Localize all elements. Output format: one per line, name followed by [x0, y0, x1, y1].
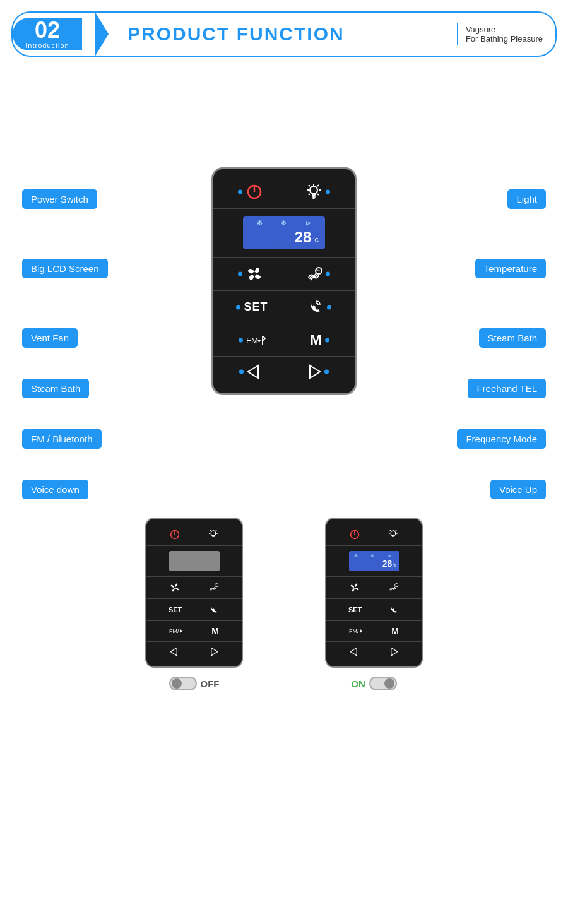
lcd-temperature: 28 [295, 228, 312, 246]
steam-bath-dot [326, 271, 330, 276]
rs2-lcd: ✻ ❄ ⊳ - - - 28 °c [326, 546, 422, 577]
rs-vent-icon[interactable] [169, 582, 180, 593]
fm-dot [239, 338, 243, 342]
svg-point-22 [211, 531, 216, 536]
header-badge: 02 Introduction [13, 18, 82, 50]
rs2-steam-icon[interactable] [388, 582, 399, 593]
label-power-switch: Power Switch [22, 189, 97, 209]
steam-bath-button[interactable] [305, 265, 322, 283]
svg-line-26 [216, 530, 216, 531]
voice-down-button[interactable] [247, 364, 262, 379]
power-switch-button[interactable] [246, 183, 263, 201]
toggle-off-thumb [172, 678, 182, 689]
remote-on-container: ✻ ❄ ⊳ - - - 28 °c [325, 518, 423, 690]
rs2-temp: 28 [382, 559, 393, 569]
rs-m-label[interactable]: M [211, 626, 219, 636]
rs-volume [146, 642, 242, 661]
rs2-vent-steam [326, 577, 422, 599]
rs2-vol-up[interactable] [389, 647, 398, 656]
label-voice-down: Voice down [22, 480, 88, 499]
rs2-icon3: ⊳ [388, 554, 391, 559]
label-light: Light [507, 189, 546, 209]
rs2-phone-icon[interactable] [388, 604, 399, 615]
vol-down-dot [239, 369, 244, 374]
toggle-off-section: OFF [169, 677, 220, 690]
rs2-vent-icon[interactable] [349, 582, 360, 593]
fm-bluetooth-button[interactable]: FM ✦ [246, 333, 266, 347]
vent-fan-button[interactable] [246, 265, 263, 283]
mode-dot [325, 338, 329, 342]
tel-dot [327, 305, 331, 309]
header-chevron [95, 11, 109, 57]
svg-point-30 [215, 584, 218, 587]
rs-set-label[interactable]: SET [169, 606, 182, 613]
rs-vol-down[interactable] [170, 647, 179, 656]
bottom-remotes: SET FM/✦ M [0, 499, 568, 703]
svg-marker-45 [391, 648, 398, 656]
set-button[interactable]: SET [244, 300, 268, 314]
svg-rect-41 [392, 536, 394, 537]
label-steam-bath-left: Steam Bath [22, 379, 89, 398]
svg-marker-18 [248, 365, 258, 378]
rs-vent-steam [146, 577, 242, 599]
svg-point-43 [395, 584, 398, 587]
header: 02 Introduction PRODUCT FUNCTION Vagsure… [11, 11, 557, 57]
rs2-fm-mode: FM/✦ M [326, 621, 422, 642]
light-dot [326, 189, 330, 194]
rs2-light-icon[interactable] [388, 529, 399, 540]
lcd-screen: ✻ ❄ ⊳ - - - 28 °c [243, 216, 325, 249]
rs2-vol-down[interactable] [350, 647, 359, 656]
svg-point-2 [310, 186, 317, 194]
svg-point-29 [174, 587, 175, 589]
label-fm-bluetooth: FM / Bluetooth [22, 429, 102, 449]
row-volume [213, 357, 355, 387]
lcd-icon-fan: ✻ [257, 219, 263, 227]
rs-vol-up[interactable] [209, 647, 218, 656]
voice-up-button[interactable] [306, 364, 321, 379]
header-divider [457, 23, 458, 45]
svg-rect-28 [212, 536, 215, 537]
toggle-on-track[interactable] [369, 677, 397, 690]
vent-dot [238, 271, 242, 276]
svg-point-35 [391, 531, 396, 536]
rs2-power-light [326, 524, 422, 546]
toggle-off-track[interactable] [169, 677, 197, 690]
svg-line-40 [390, 530, 391, 531]
label-vent-fan: Vent Fan [22, 328, 78, 348]
rs2-set-label[interactable]: SET [348, 606, 362, 613]
svg-point-13 [252, 272, 256, 276]
rs-phone-icon[interactable] [208, 604, 220, 615]
rs2-lcd-screen: ✻ ❄ ⊳ - - - 28 °c [349, 551, 399, 571]
rs2-power-icon[interactable] [349, 529, 360, 540]
rs2-fm-icon[interactable]: FM/✦ [349, 628, 364, 634]
rs2-dashes: - - - [374, 562, 382, 568]
brand-tagline: For Bathing Pleasure [466, 34, 543, 44]
rs-power-light [146, 524, 242, 546]
lcd-temp-row: - - - 28 °c [249, 228, 319, 246]
rs-lcd-screen [169, 551, 220, 571]
set-dot [236, 305, 240, 309]
rs2-unit: °c [392, 562, 396, 568]
rs2-m-label[interactable]: M [391, 626, 399, 636]
toggle-off-wrapper[interactable]: OFF [169, 677, 220, 690]
rs-steam-icon[interactable] [208, 582, 219, 593]
row-fm-mode: FM ✦ M [213, 324, 355, 357]
rs-power-icon[interactable] [169, 529, 180, 540]
rs2-volume [326, 642, 422, 661]
frequency-mode-button[interactable]: M [310, 332, 321, 348]
row-set-phone: SET [213, 291, 355, 324]
rs-light-icon[interactable] [208, 529, 219, 540]
m-label: M [310, 332, 321, 348]
svg-line-7 [317, 185, 319, 186]
lcd-icon-arrow: ⊳ [305, 219, 311, 227]
rs-fm-mode: FM/✦ M [146, 621, 242, 642]
label-frequency-mode: Frequency Mode [457, 429, 546, 449]
light-button[interactable] [305, 183, 322, 201]
freehand-tel-button[interactable] [306, 299, 324, 316]
label-freehand-tel: Freehand TEL [468, 379, 546, 398]
toggle-off-label: OFF [201, 678, 220, 689]
rs-fm-icon[interactable]: FM/✦ [169, 628, 184, 634]
remote-control-main: ✻ ❄ ⊳ - - - 28 °c [211, 167, 357, 395]
toggle-on-wrapper[interactable]: ON [351, 677, 397, 690]
lcd-unit: °c [311, 235, 319, 244]
